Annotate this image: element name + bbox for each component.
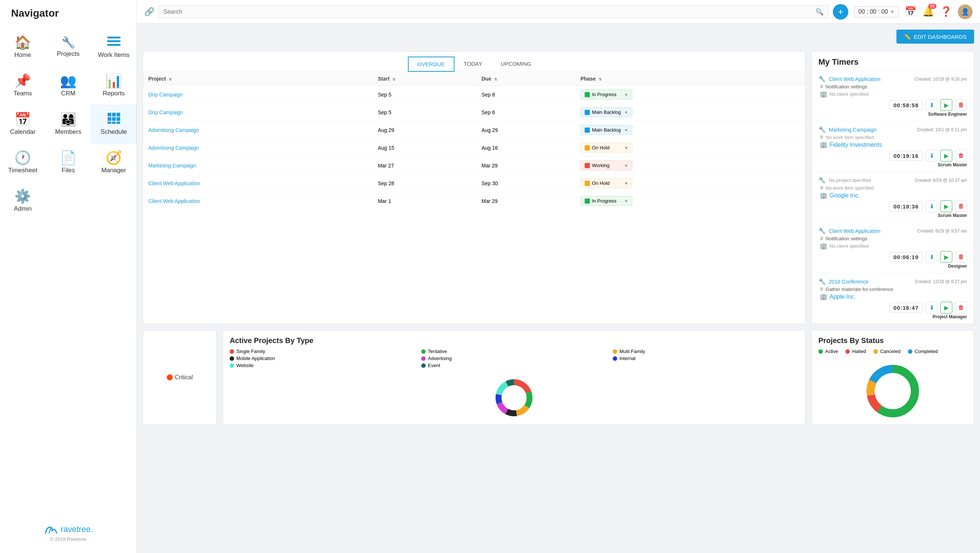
phase-chevron-icon: ▼ xyxy=(624,128,628,132)
sidebar-item-crm[interactable]: 👥 CRM xyxy=(46,67,91,105)
tab-today[interactable]: TODAY xyxy=(455,57,492,72)
add-button[interactable]: + xyxy=(833,4,848,20)
project-link[interactable]: Client Web Application xyxy=(148,180,200,186)
phase-badge[interactable]: On Hold ▼ xyxy=(581,178,632,188)
phase-badge[interactable]: Working ▼ xyxy=(581,160,632,170)
project-link[interactable]: Drip Campaign xyxy=(148,92,183,98)
phase-dot xyxy=(585,92,590,97)
project-link[interactable]: Advertising Campaign xyxy=(148,127,199,133)
timer-delete-button[interactable]: 🗑 xyxy=(955,99,967,111)
sidebar-item-schedule[interactable]: Schedule xyxy=(91,105,137,143)
phase-badge[interactable]: On Hold ▼ xyxy=(581,143,632,153)
sidebar-item-manager[interactable]: 🧭 Manager xyxy=(91,143,137,182)
sidebar-item-calendar[interactable]: 📅 Calendar xyxy=(0,105,46,143)
members-icon: 👨‍👩‍👧 xyxy=(60,113,76,126)
dashboard-top-row: OVERDUE TODAY UPCOMING Project ⇅ Start xyxy=(143,51,974,324)
sidebar: Navigator 🏠 Home 🔧 Projects Work Items 📌… xyxy=(0,0,137,553)
timer-client-link[interactable]: Apple Inc. xyxy=(829,294,856,300)
timer-role: Scrum Master xyxy=(818,213,967,218)
timer-download-button[interactable]: ⬇ xyxy=(926,150,937,162)
timer-project[interactable]: 2018 Conference xyxy=(829,279,868,284)
sidebar-item-teams[interactable]: 📌 Teams xyxy=(0,67,46,105)
timer-client-link[interactable]: Google Inc. xyxy=(829,192,860,199)
timer-download-button[interactable]: ⬇ xyxy=(926,200,937,212)
building-icon: 🏢 xyxy=(820,91,827,98)
help-icon[interactable]: ❓ xyxy=(940,6,952,17)
user-avatar[interactable]: 👤 xyxy=(958,5,973,19)
logo-text: ravetree. xyxy=(60,524,93,534)
tab-overdue[interactable]: OVERDUE xyxy=(408,57,455,72)
sidebar-item-work-items[interactable]: Work Items xyxy=(91,28,137,67)
status-legend-item: Completed xyxy=(908,349,938,354)
topbar-right: + 00 : 00 : 00 ▼ 📅 🔔 70 ❓ 👤 xyxy=(833,4,973,20)
timer-project[interactable]: Client Web Application xyxy=(829,76,881,82)
phase-badge[interactable]: Main Backlog ▼ xyxy=(581,107,632,117)
timer-project[interactable]: Client Web Application xyxy=(829,228,881,234)
svg-rect-9 xyxy=(108,122,111,124)
timer-delete-button[interactable]: 🗑 xyxy=(955,200,967,212)
projects-icon: 🔧 xyxy=(61,37,75,48)
work-items-card: OVERDUE TODAY UPCOMING Project ⇅ Start xyxy=(143,51,805,324)
table-row: Client Web Application Sep 28 Sep 30 On … xyxy=(143,175,805,192)
search-icon: 🔍 xyxy=(815,8,824,16)
timer-time: 00:58:58 xyxy=(889,100,923,110)
col-due: Due ⇅ xyxy=(476,72,576,86)
project-link[interactable]: Client Web Application xyxy=(148,198,200,204)
due-date: Mar 29 xyxy=(476,192,576,210)
sidebar-item-admin[interactable]: ⚙️ Admin xyxy=(0,182,46,220)
legend-dot xyxy=(230,363,234,368)
project-link[interactable]: Marketing Campaign xyxy=(148,163,196,168)
timer-delete-button[interactable]: 🗑 xyxy=(955,302,967,313)
timer-play-button[interactable]: ▶ xyxy=(940,302,952,313)
sidebar-item-timesheet[interactable]: 🕐 Timesheet xyxy=(0,143,46,182)
status-legend-item: Active xyxy=(818,349,838,354)
sidebar-item-reports[interactable]: 📊 Reports xyxy=(91,67,137,105)
calendar-icon[interactable]: 📅 xyxy=(905,6,916,17)
legend-label: Completed xyxy=(915,349,938,354)
edit-dashboards-button[interactable]: ✏️ EDIT DASHBOARDS xyxy=(896,30,974,44)
notification-icon[interactable]: 🔔 70 xyxy=(922,6,934,17)
phase-badge[interactable]: Main Backlog ▼ xyxy=(581,125,632,135)
timer-created: Created: 10/18 @ 9:16 pm xyxy=(915,76,967,82)
svg-rect-7 xyxy=(112,117,116,121)
phase-badge[interactable]: In Progress ▼ xyxy=(581,196,632,206)
legend-dot xyxy=(230,349,234,354)
timer-download-button[interactable]: ⬇ xyxy=(926,251,937,263)
phase-badge[interactable]: In Progress ▼ xyxy=(581,89,632,99)
timer-delete-button[interactable]: 🗑 xyxy=(955,251,967,263)
phase-chevron-icon: ▼ xyxy=(624,110,628,114)
timer-project[interactable]: Marketing Campaign xyxy=(829,127,877,133)
manager-icon: 🧭 xyxy=(105,151,122,165)
tab-upcoming[interactable]: UPCOMING xyxy=(492,57,541,72)
sidebar-item-home[interactable]: 🏠 Home xyxy=(0,28,46,67)
sidebar-footer: ravetree. © 2018 Ravetree xyxy=(36,516,100,549)
timer-delete-button[interactable]: 🗑 xyxy=(955,150,967,162)
project-link[interactable]: Advertising Campaign xyxy=(148,145,199,151)
timer-download-button[interactable]: ⬇ xyxy=(926,99,937,111)
timer-play-button[interactable]: ▶ xyxy=(940,251,952,263)
timer-download-button[interactable]: ⬇ xyxy=(926,302,937,313)
projects-status-title: Projects By Status xyxy=(812,331,974,349)
legend-dot xyxy=(908,349,912,354)
timer-client-link[interactable]: Fidelity Investments xyxy=(829,141,881,148)
legend-item: Advertising xyxy=(421,356,607,361)
sidebar-item-members[interactable]: 👨‍👩‍👧 Members xyxy=(46,105,91,143)
sidebar-item-label: Admin xyxy=(14,205,32,213)
timer-play-button[interactable]: ▶ xyxy=(940,99,952,111)
sidebar-item-projects[interactable]: 🔧 Projects xyxy=(46,28,91,67)
calendar-icon: 📅 xyxy=(14,113,31,126)
phase-dot xyxy=(585,127,590,133)
search-input[interactable] xyxy=(164,8,815,15)
link-icon[interactable]: 🔗 xyxy=(144,7,154,17)
timer-play-button[interactable]: ▶ xyxy=(940,150,952,162)
timer-play-button[interactable]: ▶ xyxy=(940,200,952,212)
phase-dot xyxy=(585,110,590,115)
project-link[interactable]: Drip Campaign xyxy=(148,110,183,115)
app-title: Navigator xyxy=(0,7,59,19)
start-date: Aug 29 xyxy=(373,121,476,139)
sidebar-item-files[interactable]: 📄 Files xyxy=(46,143,91,182)
timer-item: 🔧 2018 Conference Created: 12/18 @ 8:27 … xyxy=(812,273,974,324)
timer-display[interactable]: 00 : 00 : 00 ▼ xyxy=(854,6,899,17)
legend-label: Advertising xyxy=(428,356,452,361)
legend-item: Multi Family xyxy=(613,349,799,354)
